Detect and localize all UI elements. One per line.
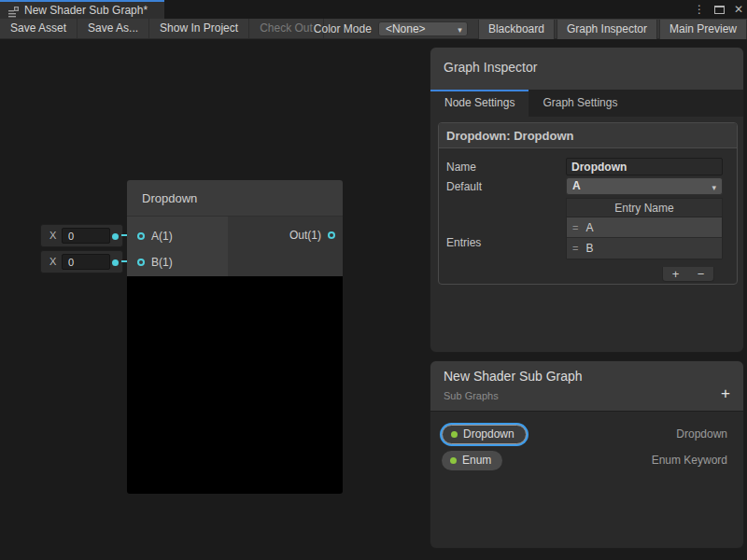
maximize-icon[interactable] xyxy=(714,6,725,14)
port-a-widget-connector[interactable] xyxy=(112,233,119,240)
node-title[interactable]: Dropdown xyxy=(127,180,343,217)
dropdown-property-pill[interactable]: Dropdown xyxy=(442,425,527,444)
add-entry-button[interactable]: + xyxy=(672,268,680,281)
entries-field-label: Entries xyxy=(446,236,481,249)
default-value-dropdown[interactable]: A ▾ xyxy=(566,177,723,195)
blackboard-item-enum: Enum Enum Keyword xyxy=(442,450,727,470)
chevron-down-icon: ▾ xyxy=(458,23,462,36)
document-tab-title: New Shader Sub Graph* xyxy=(24,4,148,17)
property-name: Enum xyxy=(462,454,491,467)
blackboard-body: Dropdown Dropdown Enum Enum Keyword xyxy=(430,412,743,548)
graph-inspector-panel: Graph Inspector Node Settings Graph Sett… xyxy=(430,47,744,353)
drag-handle-icon[interactable]: = xyxy=(572,243,578,254)
inspector-body: Dropdown: Dropdown Name Default A ▾ Entr… xyxy=(430,117,743,354)
port-default-widget-b: X xyxy=(40,250,123,273)
inspector-header[interactable]: Graph Inspector xyxy=(430,48,743,90)
unity-shader-graph-window: New Shader Sub Graph* ⋮ ✕ Save Asset Sav… xyxy=(0,0,747,560)
color-mode-value: <None> xyxy=(386,22,426,35)
port-out-connector-icon[interactable] xyxy=(328,231,335,239)
chevron-down-icon: ▾ xyxy=(712,180,716,196)
input-port-a: A(1) xyxy=(127,227,228,245)
port-a-label: A(1) xyxy=(151,230,173,243)
save-asset-button[interactable]: Save Asset xyxy=(0,19,78,38)
main-preview-toggle-button[interactable]: Main Preview xyxy=(659,20,747,39)
remove-entry-button[interactable]: − xyxy=(698,268,705,281)
port-b-label: B(1) xyxy=(151,256,173,269)
inspector-tab-bar: Node Settings Graph Settings xyxy=(430,90,743,117)
settings-section-title: Dropdown: Dropdown xyxy=(439,123,737,148)
dropdown-settings-box: Dropdown: Dropdown Name Default A ▾ Entr… xyxy=(438,122,738,285)
drag-handle-icon[interactable]: = xyxy=(572,222,578,233)
toolbar-right-group: Color Mode <None> ▾ Blackboard Graph Ins… xyxy=(314,19,747,39)
node-preview-area xyxy=(127,276,343,494)
entries-list-footer: + − xyxy=(662,267,714,282)
window-controls: ⋮ ✕ xyxy=(694,0,743,19)
save-as-button[interactable]: Save As... xyxy=(78,19,149,38)
port-default-widget-a: X xyxy=(40,224,123,247)
node-port-area: A(1) B(1) Out(1) xyxy=(127,217,343,276)
settings-fields: Name Default A ▾ Entries Entry Name = A xyxy=(439,148,737,284)
toolbar-left-group: Save Asset Save As... Show In Project Ch… xyxy=(0,19,324,38)
name-field-input[interactable] xyxy=(566,158,723,175)
add-property-button[interactable]: + xyxy=(721,385,730,403)
inspector-title: Graph Inspector xyxy=(444,60,537,75)
tab-graph-settings[interactable]: Graph Settings xyxy=(529,90,631,117)
blackboard-subtitle: Sub Graphs xyxy=(444,390,499,401)
blackboard-header[interactable]: New Shader Sub Graph Sub Graphs + xyxy=(430,361,743,412)
output-ports-column: Out(1) xyxy=(228,217,343,276)
entries-table-header: Entry Name xyxy=(567,199,722,217)
default-field-label: Default xyxy=(446,180,482,193)
blackboard-toggle-button[interactable]: Blackboard xyxy=(478,20,555,39)
graph-toolbar: Save Asset Save As... Show In Project Ch… xyxy=(0,19,747,39)
property-dot-icon xyxy=(450,457,457,464)
tab-node-settings[interactable]: Node Settings xyxy=(430,90,529,117)
property-name: Dropdown xyxy=(463,427,514,441)
entry-row-a[interactable]: = A xyxy=(567,217,722,238)
port-b-value-input[interactable] xyxy=(62,254,110,270)
property-type-label: Dropdown xyxy=(676,427,727,441)
shader-graph-icon xyxy=(7,5,20,17)
port-b-widget-connector[interactable] xyxy=(112,259,119,266)
blackboard-panel: New Shader Sub Graph Sub Graphs + Dropdo… xyxy=(430,360,744,549)
port-out-label: Out(1) xyxy=(289,229,321,242)
show-in-project-button[interactable]: Show In Project xyxy=(149,19,249,38)
default-value: A xyxy=(572,179,581,192)
entry-name: A xyxy=(585,221,593,234)
port-b-connector-icon[interactable] xyxy=(137,259,145,266)
title-bar: New Shader Sub Graph* ⋮ ✕ xyxy=(0,0,747,19)
document-tab[interactable]: New Shader Sub Graph* xyxy=(0,0,164,19)
axis-label-x: X xyxy=(49,230,56,241)
window-menu-icon[interactable]: ⋮ xyxy=(694,0,705,19)
dropdown-node[interactable]: Dropdown A(1) B(1) Out(1) xyxy=(127,180,343,494)
blackboard-item-dropdown: Dropdown Dropdown xyxy=(442,424,727,444)
entry-name: B xyxy=(585,242,593,255)
property-dot-icon xyxy=(451,431,458,438)
enum-property-pill[interactable]: Enum xyxy=(442,451,502,470)
color-mode-label: Color Mode xyxy=(314,22,372,35)
graph-inspector-toggle-button[interactable]: Graph Inspector xyxy=(557,20,657,39)
input-port-b: B(1) xyxy=(127,253,228,272)
property-type-label: Enum Keyword xyxy=(652,454,727,467)
axis-label-x: X xyxy=(49,256,56,267)
close-icon[interactable]: ✕ xyxy=(734,0,743,19)
output-port-out: Out(1) xyxy=(228,226,343,245)
name-field-label: Name xyxy=(446,161,476,174)
port-a-value-input[interactable] xyxy=(62,228,110,244)
port-a-connector-icon[interactable] xyxy=(137,232,145,240)
blackboard-title: New Shader Sub Graph xyxy=(444,369,583,384)
input-ports-column: A(1) B(1) xyxy=(127,217,228,276)
entries-table: Entry Name = A = B xyxy=(566,198,723,259)
entry-row-b[interactable]: = B xyxy=(567,238,722,259)
color-mode-dropdown[interactable]: <None> ▾ xyxy=(378,21,468,36)
